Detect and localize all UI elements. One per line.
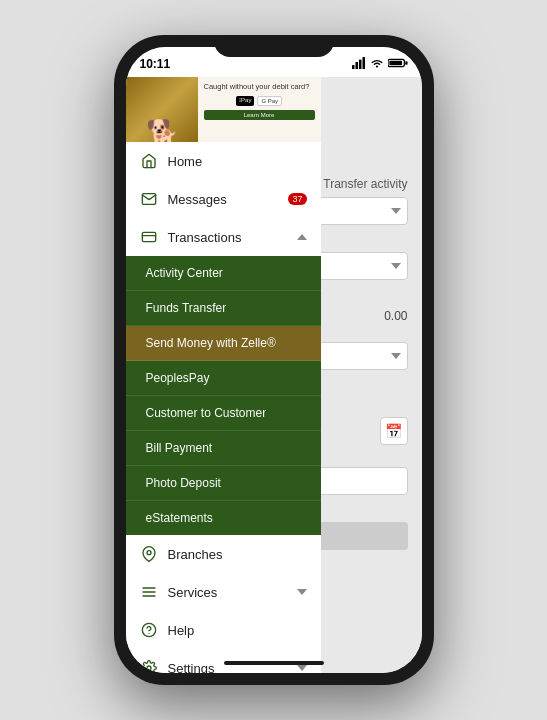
screen-content: Transfer activity 0.00 [126, 77, 422, 673]
learn-more-button[interactable]: Learn More [204, 110, 315, 120]
amount-value: 0.00 [384, 309, 407, 323]
signal-icon [352, 57, 366, 71]
home-indicator [224, 661, 324, 665]
messages-label: Messages [168, 192, 279, 207]
services-icon [140, 583, 158, 601]
transfer-activity-label: Transfer activity [323, 177, 407, 191]
branches-icon [140, 545, 158, 563]
services-label: Services [168, 585, 287, 600]
help-icon [140, 621, 158, 639]
banner-headline: Caught without your debit card? [204, 82, 315, 93]
submenu-item-bill-payment[interactable]: Bill Payment [126, 431, 321, 466]
chevron-down-icon-2 [391, 263, 401, 269]
home-label: Home [168, 154, 307, 169]
submenu-item-activity-center[interactable]: Activity Center [126, 256, 321, 291]
sidebar-item-transactions[interactable]: Transactions [126, 218, 321, 256]
submenu-item-customer-to-customer[interactable]: Customer to Customer [126, 396, 321, 431]
svg-rect-0 [352, 65, 355, 69]
svg-rect-1 [355, 62, 358, 69]
chevron-down-icon-1 [391, 208, 401, 214]
settings-chevron-down [297, 665, 307, 671]
dropdown-3[interactable] [318, 342, 408, 370]
transactions-icon [140, 228, 158, 246]
battery-icon [388, 57, 408, 71]
svg-point-15 [147, 666, 151, 670]
dropdown-2[interactable] [318, 252, 408, 280]
action-button[interactable] [318, 522, 408, 550]
chevron-down-icon-3 [391, 353, 401, 359]
wifi-icon [370, 57, 384, 71]
sidebar-item-branches[interactable]: Branches [126, 535, 321, 573]
phone-frame: 10:11 [114, 35, 434, 685]
svg-rect-3 [362, 57, 365, 69]
submenu-item-peoples-pay[interactable]: PeoplesPay [126, 361, 321, 396]
submenu-item-send-money[interactable]: Send Money with Zelle® [126, 326, 321, 361]
svg-point-9 [147, 551, 151, 555]
apple-pay-badge: Pay [236, 96, 255, 106]
payment-logos: Pay G Pay [204, 96, 315, 106]
messages-icon [140, 190, 158, 208]
transactions-submenu: Activity Center Funds Transfer Send Mone… [126, 256, 321, 535]
home-icon [140, 152, 158, 170]
status-time: 10:11 [140, 57, 171, 71]
dropdown-1[interactable] [318, 197, 408, 225]
status-icons [352, 57, 408, 71]
input-box[interactable] [318, 467, 408, 495]
svg-rect-7 [142, 232, 155, 241]
svg-rect-2 [359, 60, 362, 70]
settings-icon [140, 659, 158, 673]
phone-screen: 10:11 [126, 47, 422, 673]
menu-banner[interactable]: 🐕 Caught without your debit card? Pay G… [126, 77, 321, 142]
branches-label: Branches [168, 547, 307, 562]
svg-rect-5 [389, 61, 402, 66]
sidebar-item-home[interactable]: Home [126, 142, 321, 180]
help-label: Help [168, 623, 307, 638]
submenu-item-funds-transfer[interactable]: Funds Transfer [126, 291, 321, 326]
submenu-item-photo-deposit[interactable]: Photo Deposit [126, 466, 321, 501]
calendar-icon[interactable]: 📅 [380, 417, 408, 445]
transactions-chevron-up [297, 234, 307, 240]
sidebar-item-messages[interactable]: Messages 37 [126, 180, 321, 218]
sidebar-item-services[interactable]: Services [126, 573, 321, 611]
services-chevron-down [297, 589, 307, 595]
notch [214, 35, 334, 57]
google-pay-badge: G Pay [257, 96, 282, 106]
sidebar-item-help[interactable]: Help [126, 611, 321, 649]
svg-rect-6 [405, 61, 407, 65]
submenu-item-estatements[interactable]: eStatements [126, 501, 321, 535]
messages-badge: 37 [288, 193, 306, 205]
menu-sidebar: 🐕 Caught without your debit card? Pay G… [126, 77, 321, 673]
transactions-label: Transactions [168, 230, 287, 245]
